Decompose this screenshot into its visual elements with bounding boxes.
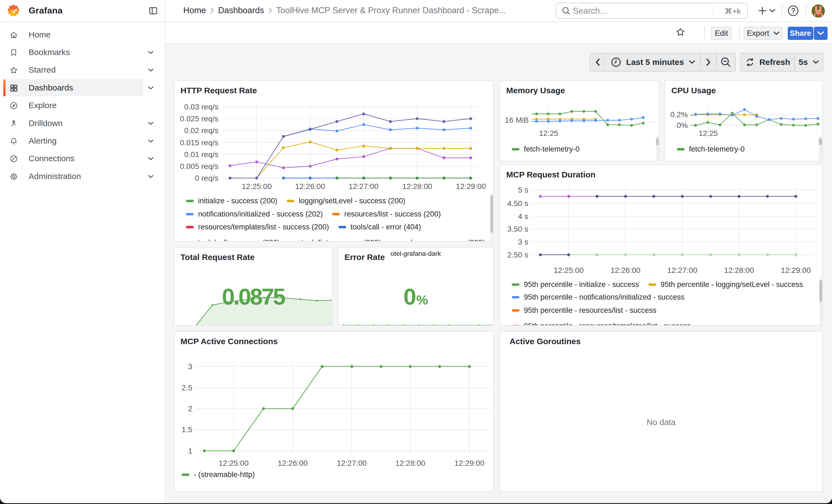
svg-text:0.2%: 0.2% — [670, 110, 688, 119]
svg-text:3 s: 3 s — [518, 238, 528, 246]
svg-text:16 MiB: 16 MiB — [505, 116, 529, 124]
svg-text:1.5: 1.5 — [182, 425, 192, 434]
svg-text:4 s: 4 s — [518, 212, 528, 221]
svg-text:3: 3 — [188, 362, 192, 371]
svg-text:12:25: 12:25 — [699, 129, 718, 137]
svg-text:2.5: 2.5 — [182, 383, 192, 392]
svg-text:12:26:00: 12:26:00 — [610, 266, 641, 274]
svg-text:0.03 req/s: 0.03 req/s — [184, 103, 218, 111]
svg-text:1: 1 — [188, 447, 192, 455]
svg-text:12:26:00: 12:26:00 — [278, 459, 308, 468]
svg-text:0.005 req/s: 0.005 req/s — [180, 162, 218, 170]
svg-text:12:25:00: 12:25:00 — [242, 182, 272, 191]
svg-text:12:27:00: 12:27:00 — [667, 266, 697, 274]
svg-text:0.02 req/s: 0.02 req/s — [184, 126, 218, 135]
svg-text:12:29:00: 12:29:00 — [781, 266, 811, 274]
svg-text:5 s: 5 s — [518, 186, 528, 194]
svg-text:12:27:00: 12:27:00 — [348, 182, 379, 191]
svg-text:2.50 s: 2.50 s — [508, 250, 528, 259]
svg-text:12:27:00: 12:27:00 — [337, 459, 367, 468]
svg-text:12:28:00: 12:28:00 — [395, 459, 425, 468]
svg-text:12:25:00: 12:25:00 — [554, 266, 584, 274]
svg-text:4.50 s: 4.50 s — [508, 199, 528, 208]
svg-text:0 req/s: 0 req/s — [195, 174, 218, 182]
svg-text:12:29:00: 12:29:00 — [454, 459, 485, 468]
svg-text:3.50 s: 3.50 s — [508, 225, 528, 233]
svg-text:0.01 req/s: 0.01 req/s — [184, 150, 218, 159]
svg-text:0.015 req/s: 0.015 req/s — [180, 138, 218, 147]
svg-text:12:25:00: 12:25:00 — [219, 459, 249, 468]
svg-text:2: 2 — [188, 404, 192, 413]
svg-text:12:26:00: 12:26:00 — [295, 182, 325, 191]
svg-text:0%: 0% — [677, 121, 688, 130]
svg-text:12:28:00: 12:28:00 — [724, 266, 754, 274]
svg-text:12:25: 12:25 — [539, 129, 558, 137]
svg-text:12:29:00: 12:29:00 — [456, 182, 486, 191]
svg-text:0.025 req/s: 0.025 req/s — [180, 114, 218, 123]
svg-text:12:28:00: 12:28:00 — [402, 182, 432, 191]
